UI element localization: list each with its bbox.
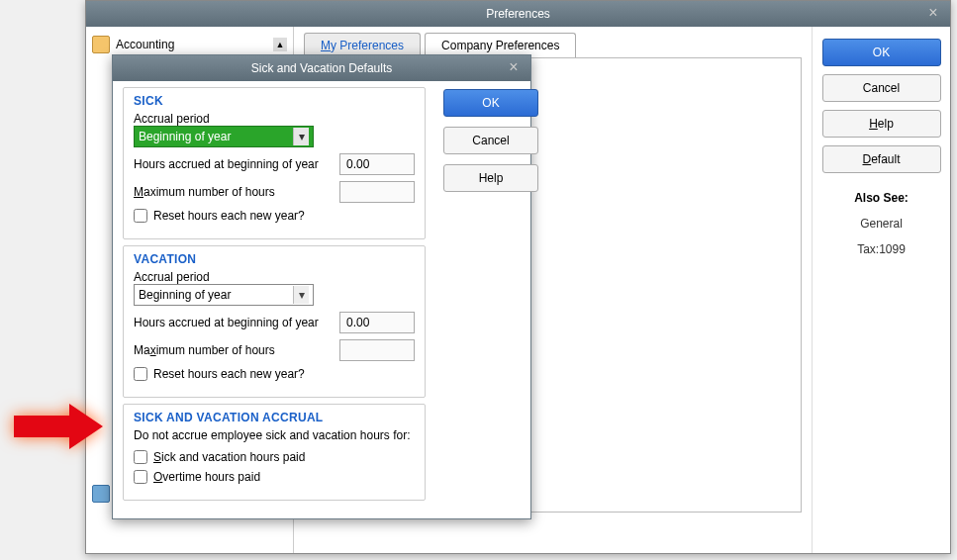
sv-titlebar[interactable]: Sick and Vacation Defaults × <box>113 55 530 81</box>
preferences-titlebar[interactable]: Preferences × <box>86 1 950 27</box>
sick-vacation-hours-paid-checkbox[interactable] <box>134 450 147 464</box>
vacation-accrual-period-dropdown[interactable]: Beginning of year ▾ <box>134 284 314 306</box>
sick-title: SICK <box>134 94 415 108</box>
close-icon[interactable]: × <box>924 5 942 23</box>
sick-accrual-period-label: Accrual period <box>134 112 415 126</box>
vacation-group: VACATION Accrual period Beginning of yea… <box>123 245 426 398</box>
tab-label: Company Preferences <box>441 39 559 52</box>
overtime-hours-paid-label: Overtime hours paid <box>153 470 260 484</box>
dropdown-value: Beginning of year <box>139 288 231 302</box>
folder-icon <box>92 36 110 53</box>
vacation-title: VACATION <box>134 252 415 266</box>
sick-reset-hours-label: Reset hours each new year? <box>153 209 305 223</box>
overtime-hours-paid-checkbox[interactable] <box>134 470 147 484</box>
vacation-hours-accrued-label: Hours accrued at beginning of year <box>134 316 332 329</box>
spellcheck-icon <box>92 485 110 503</box>
sick-reset-hours-checkbox[interactable] <box>134 209 147 223</box>
dropdown-value: Beginning of year <box>139 130 231 143</box>
vacation-max-hours-label: Maximum number of hours <box>134 343 332 357</box>
sv-cancel-button[interactable]: Cancel <box>443 127 538 154</box>
sick-hours-accrued-input[interactable]: 0.00 <box>339 153 415 175</box>
preferences-right-buttons: OK Cancel Help Default Also See: General… <box>812 27 950 553</box>
sick-accrual-period-dropdown[interactable]: Beginning of year ▾ <box>134 126 314 147</box>
default-button[interactable]: Default <box>822 145 941 173</box>
category-accounting[interactable]: Accounting ▲ <box>88 33 291 56</box>
tab-label: y Preferences <box>331 39 404 52</box>
vacation-reset-hours-checkbox[interactable] <box>134 367 147 381</box>
vacation-hours-accrued-input[interactable]: 0.00 <box>339 312 415 333</box>
cancel-button[interactable]: Cancel <box>822 74 941 102</box>
accrual-do-not-label: Do not accrue employee sick and vacation… <box>134 428 415 442</box>
sick-vacation-defaults-dialog: Sick and Vacation Defaults × SICK Accrua… <box>112 54 531 519</box>
also-see-general[interactable]: General <box>820 217 942 231</box>
chevron-down-icon: ▾ <box>293 286 309 304</box>
sick-max-hours-label: Maximum number of hours <box>134 185 332 199</box>
scroll-up-icon[interactable]: ▲ <box>273 38 287 51</box>
sick-vacation-hours-paid-label: Sick and vacation hours paid <box>153 450 305 464</box>
accrual-title: SICK AND VACATION ACCRUAL <box>134 411 415 424</box>
chevron-down-icon: ▾ <box>293 128 309 145</box>
vacation-reset-hours-label: Reset hours each new year? <box>153 367 305 381</box>
sick-group: SICK Accrual period Beginning of year ▾ … <box>123 87 426 239</box>
preferences-title: Preferences <box>486 7 550 21</box>
help-button[interactable]: Help <box>822 110 941 138</box>
sv-ok-button[interactable]: OK <box>443 89 538 117</box>
sv-right-buttons: OK Cancel Help <box>435 81 544 518</box>
ok-button[interactable]: OK <box>822 39 941 66</box>
sick-hours-accrued-label: Hours accrued at beginning of year <box>134 157 332 171</box>
accrual-group: SICK AND VACATION ACCRUAL Do not accrue … <box>123 404 426 501</box>
also-see-tax1099[interactable]: Tax:1099 <box>820 242 942 256</box>
sick-max-hours-input[interactable] <box>339 181 415 203</box>
sv-title: Sick and Vacation Defaults <box>251 61 393 75</box>
also-see-heading: Also See: <box>820 191 942 205</box>
sv-help-button[interactable]: Help <box>443 164 538 192</box>
vacation-max-hours-input[interactable] <box>339 339 415 361</box>
vacation-accrual-period-label: Accrual period <box>134 270 415 284</box>
close-icon[interactable]: × <box>505 59 523 77</box>
category-label: Accounting <box>116 38 174 51</box>
red-arrow-annotation <box>14 404 113 449</box>
